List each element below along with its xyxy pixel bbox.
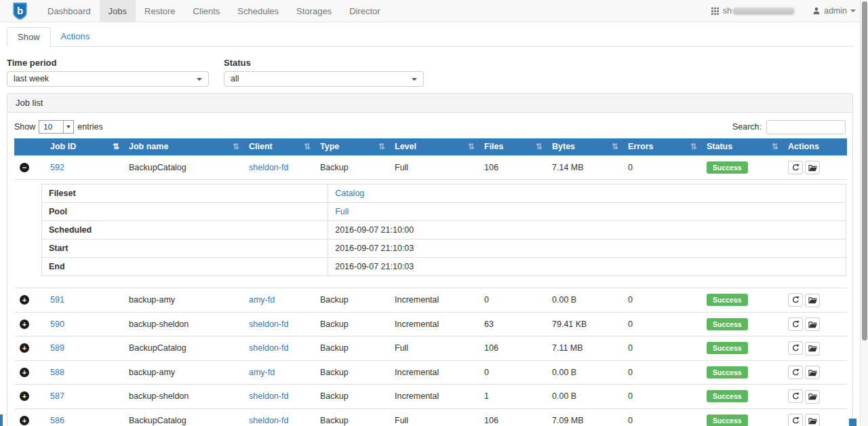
nav-item-dashboard[interactable]: Dashboard xyxy=(39,0,100,22)
client-link[interactable]: sheldon-fd xyxy=(249,320,288,329)
job-id-link[interactable]: 588 xyxy=(50,368,64,377)
shield-logo-icon: b xyxy=(12,2,28,20)
rerun-job-button[interactable] xyxy=(788,317,803,331)
job-type-cell: Backup xyxy=(315,288,389,313)
time-period-label: Time period xyxy=(7,58,209,68)
rerun-job-button[interactable] xyxy=(788,341,803,355)
nav-item-jobs[interactable]: Jobs xyxy=(100,0,136,22)
grid-icon xyxy=(711,7,719,15)
client-link[interactable]: sheldon-fd xyxy=(249,391,288,401)
search-input[interactable] xyxy=(766,120,846,134)
show-files-button[interactable] xyxy=(805,317,820,331)
sort-icon[interactable]: ⇅ xyxy=(113,142,119,151)
sort-icon[interactable]: ⇅ xyxy=(772,142,778,151)
client-link[interactable]: amy-fd xyxy=(249,368,275,377)
rerun-job-button[interactable] xyxy=(788,389,803,403)
rerun-job-button[interactable] xyxy=(788,414,803,426)
job-id-link[interactable]: 589 xyxy=(50,343,64,353)
expand-row-button[interactable]: + xyxy=(20,295,29,305)
show-files-button[interactable] xyxy=(805,390,820,404)
job-row-588: +588backup-amyamy-fdBackupIncremental00.… xyxy=(14,360,847,385)
client-link[interactable]: sheldon-fd xyxy=(249,163,288,172)
detail-value-link[interactable]: Full xyxy=(335,207,349,216)
user-menu[interactable]: admin xyxy=(812,6,856,16)
column-header-status[interactable]: Status⇅ xyxy=(701,138,783,155)
rerun-job-button[interactable] xyxy=(788,366,803,379)
client-link[interactable]: sheldon-fd xyxy=(249,416,288,425)
job-errors-cell: 0 xyxy=(623,155,701,180)
client-link[interactable]: sheldon-fd xyxy=(249,343,288,353)
panel-body: Show 10 entries Search: Job ID⇅Job name⇅… xyxy=(7,113,852,426)
show-files-button[interactable] xyxy=(805,342,820,355)
bareos-logo[interactable]: b xyxy=(12,2,28,20)
expand-row-button[interactable]: + xyxy=(20,416,29,425)
rerun-job-button[interactable] xyxy=(788,293,803,307)
expand-row-button[interactable]: + xyxy=(20,391,29,401)
column-header-job-name[interactable]: Job name⇅ xyxy=(123,138,243,155)
rerun-icon xyxy=(792,320,800,328)
show-files-button[interactable] xyxy=(805,294,820,307)
job-name-cell: BackupCatalog xyxy=(123,408,243,426)
show-files-button[interactable] xyxy=(805,366,820,379)
table-header-row: Job ID⇅Job name⇅Client⇅Type⇅Level⇅Files⇅… xyxy=(14,138,847,155)
job-bytes-cell: 7.09 MB xyxy=(547,408,623,426)
username: admin xyxy=(824,6,847,16)
nav-item-director[interactable]: Director xyxy=(340,0,389,22)
show-files-button[interactable] xyxy=(805,161,820,174)
job-id-link[interactable]: 586 xyxy=(50,416,64,425)
status-badge: Success xyxy=(707,294,748,306)
column-header-client[interactable]: Client⇅ xyxy=(243,138,315,155)
job-files-cell: 63 xyxy=(479,312,547,336)
rerun-job-button[interactable] xyxy=(788,161,803,174)
time-period-select[interactable]: last week xyxy=(7,71,209,87)
column-header-files[interactable]: Files⇅ xyxy=(479,138,547,155)
job-id-link[interactable]: 587 xyxy=(50,391,64,401)
job-level-cell: Incremental xyxy=(389,288,479,313)
job-bytes-cell: 7.11 MB xyxy=(547,336,623,361)
job-type-cell: Backup xyxy=(315,385,389,409)
column-header-job-id[interactable]: Job ID⇅ xyxy=(45,138,123,155)
column-header-bytes[interactable]: Bytes⇅ xyxy=(547,138,623,155)
sort-icon[interactable]: ⇅ xyxy=(304,142,311,151)
detail-row-pool: PoolFull xyxy=(42,203,846,221)
sort-icon[interactable]: ⇅ xyxy=(468,142,475,151)
status-select[interactable]: all xyxy=(224,71,424,87)
expand-row-button[interactable]: + xyxy=(20,343,29,353)
entries-per-page-select[interactable]: 10 xyxy=(39,120,74,134)
client-link[interactable]: amy-fd xyxy=(249,295,275,305)
job-errors-cell: 0 xyxy=(623,336,701,361)
job-errors-cell: 0 xyxy=(623,360,701,385)
column-header-level[interactable]: Level⇅ xyxy=(389,138,479,155)
tab-show[interactable]: Show xyxy=(7,27,51,47)
tab-actions[interactable]: Actions xyxy=(51,27,100,47)
job-id-link[interactable]: 591 xyxy=(50,295,64,305)
sort-icon[interactable]: ⇅ xyxy=(612,142,618,151)
sort-icon[interactable]: ⇅ xyxy=(536,142,542,151)
nav-item-clients[interactable]: Clients xyxy=(184,0,229,22)
nav-item-schedules[interactable]: Schedules xyxy=(229,0,288,22)
expand-row-button[interactable]: + xyxy=(20,368,29,377)
job-files-cell: 106 xyxy=(479,408,547,426)
detail-value-link[interactable]: Catalog xyxy=(335,189,364,198)
select-caret-icon xyxy=(63,121,73,133)
nav-item-storages[interactable]: Storages xyxy=(288,0,340,22)
page-tabs: ShowActions xyxy=(7,27,853,47)
sort-icon[interactable]: ⇅ xyxy=(690,142,697,151)
column-header-errors[interactable]: Errors⇅ xyxy=(623,138,701,155)
nav-item-restore[interactable]: Restore xyxy=(136,0,184,22)
vertical-scrollbar[interactable] xyxy=(860,0,868,426)
director-host-menu[interactable]: sh xyxy=(711,6,795,16)
detail-value: 2016-09-07 21:10:03 xyxy=(335,244,414,253)
sort-icon[interactable]: ⇅ xyxy=(378,142,385,151)
expand-row-button[interactable]: + xyxy=(20,320,29,329)
job-id-link[interactable]: 590 xyxy=(50,320,64,329)
sort-icon[interactable]: ⇅ xyxy=(233,142,239,151)
collapse-row-button[interactable]: − xyxy=(20,163,29,172)
status-badge: Success xyxy=(707,318,748,330)
job-row-591: +591backup-amyamy-fdBackupIncremental00.… xyxy=(14,288,847,313)
job-id-link[interactable]: 592 xyxy=(50,163,64,172)
scrollbar-thumb[interactable] xyxy=(862,1,867,341)
column-header-type[interactable]: Type⇅ xyxy=(315,138,389,155)
show-files-button[interactable] xyxy=(805,414,820,426)
navbar-right: sh admin xyxy=(711,0,868,22)
